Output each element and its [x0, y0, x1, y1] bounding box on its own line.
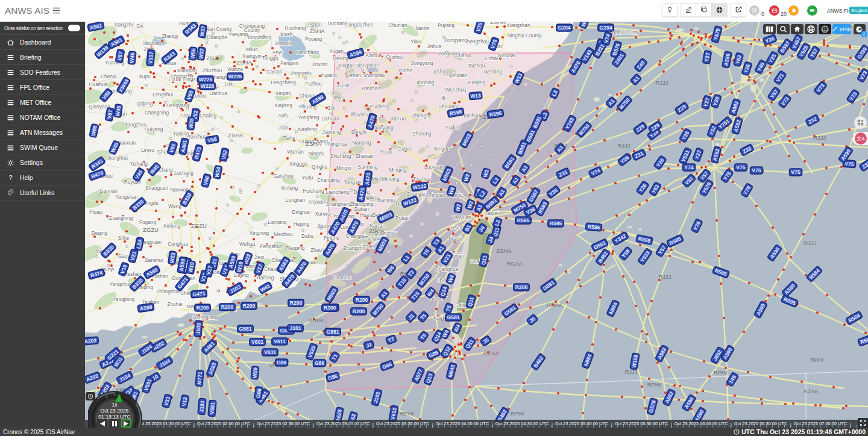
svg-text:Zixi: Zixi	[328, 105, 336, 111]
svg-text:Luxi: Luxi	[224, 81, 233, 87]
svg-text:Changtai: Changtai	[345, 233, 365, 239]
svg-text:W45: W45	[128, 52, 136, 63]
svg-text:Yanling: Yanling	[172, 131, 189, 137]
svg-text:R200: R200	[197, 305, 209, 311]
svg-text:R595: R595	[587, 223, 600, 231]
svg-text:Nanping: Nanping	[353, 140, 371, 146]
svg-text:Lianhua: Lianhua	[209, 90, 227, 96]
svg-text:Youxi: Youxi	[380, 149, 392, 155]
svg-text:Fuzhou: Fuzhou	[305, 81, 322, 87]
svg-text:G471: G471	[192, 290, 206, 297]
svg-text:Xiajiang: Xiajiang	[274, 102, 292, 108]
svg-text:Ruichang: Ruichang	[285, 25, 306, 31]
svg-text:Jiexi: Jiexi	[254, 254, 265, 260]
svg-text:Yizhang: Yizhang	[130, 161, 148, 167]
svg-text:V601: V601	[251, 339, 263, 345]
svg-text:Zhenghe: Zhenghe	[412, 113, 432, 119]
svg-text:Ninghai: Ninghai	[498, 52, 515, 58]
svg-text:Longnan: Longnan	[286, 197, 306, 203]
svg-text:RJJJ: RJJJ	[813, 134, 826, 141]
svg-text:Sihui: Sihui	[118, 235, 130, 241]
svg-text:RPHI: RPHI	[511, 410, 524, 417]
svg-text:Y74: Y74	[684, 164, 694, 170]
svg-text:Miluo: Miluo	[246, 46, 258, 52]
svg-text:Yangjiang: Yangjiang	[113, 296, 135, 302]
svg-text:Liancheng: Liancheng	[326, 189, 350, 195]
svg-text:Dexing: Dexing	[333, 55, 348, 61]
svg-text:Nanfeng: Nanfeng	[298, 126, 317, 132]
svg-text:Taihe: Taihe	[283, 135, 295, 141]
svg-text:Gutian: Gutian	[398, 146, 413, 152]
svg-text:Xingning: Xingning	[250, 230, 269, 236]
svg-text:Shaoguan: Shaoguan	[145, 185, 168, 191]
svg-text:V75: V75	[844, 160, 854, 167]
svg-text:ZSHA: ZSHA	[369, 228, 385, 234]
svg-text:Lengshui: Lengshui	[153, 92, 173, 98]
svg-text:Pucheng: Pucheng	[370, 104, 390, 110]
svg-text:Chenxi: Chenxi	[101, 73, 116, 79]
svg-text:Dingnan: Dingnan	[292, 209, 311, 215]
svg-text:Yunhe: Yunhe	[398, 67, 412, 73]
svg-text:Hengyang: Hengyang	[166, 102, 189, 108]
svg-text:Yongzhou: Yongzhou	[125, 122, 147, 128]
svg-text:Huaihua: Huaihua	[89, 81, 108, 87]
svg-text:V75: V75	[752, 167, 761, 173]
svg-text:Xinfeng: Xinfeng	[163, 223, 181, 229]
svg-text:V631: V631	[264, 349, 276, 355]
svg-text:Yiwu: Yiwu	[410, 39, 421, 45]
svg-text:Xingguo: Xingguo	[289, 161, 308, 167]
svg-text:R200: R200	[324, 305, 336, 311]
svg-text:1x: 1x	[112, 402, 118, 408]
svg-text:Changting: Changting	[317, 177, 340, 183]
svg-text:RPHI: RPHI	[647, 381, 661, 388]
svg-text:W226: W226	[199, 76, 213, 83]
svg-text:Zhuzhou: Zhuzhou	[203, 67, 222, 73]
svg-text:Zherong: Zherong	[413, 131, 432, 137]
svg-text:R200: R200	[356, 297, 368, 303]
svg-text:Fengshun: Fengshun	[260, 243, 283, 249]
svg-text:Yongkang: Yongkang	[438, 51, 461, 57]
svg-text:Jingdezhen: Jingdezhen	[348, 22, 374, 28]
svg-text:W35: W35	[187, 117, 195, 129]
svg-text:J101: J101	[289, 325, 301, 331]
svg-text:R595: R595	[550, 220, 562, 226]
svg-text:W226: W226	[201, 83, 215, 89]
svg-text:Xiush: Xiush	[280, 31, 293, 37]
svg-text:Chun'an: Chun'an	[389, 22, 407, 28]
svg-text:Weng: Weng	[168, 203, 181, 209]
svg-text:Xinfeng: Xinfeng	[281, 185, 298, 191]
svg-text:Lianping: Lianping	[268, 219, 287, 225]
svg-text:KZAK: KZAK	[804, 388, 819, 394]
svg-text:Wanza: Wanza	[227, 66, 243, 72]
svg-text:Loudi: Loudi	[169, 76, 181, 83]
svg-text:RCAA: RCAA	[483, 350, 500, 357]
svg-text:Jinhua: Jinhua	[427, 43, 442, 49]
svg-text:ZSHA: ZSHA	[496, 248, 512, 254]
svg-text:Dongyang: Dongyang	[444, 37, 467, 43]
svg-text:Jiangshan: Jiangshan	[356, 63, 379, 69]
svg-text:Qingliu: Qingliu	[312, 164, 327, 170]
svg-text:Jianghua: Jianghua	[107, 155, 128, 161]
svg-text:Shaxian: Shaxian	[356, 153, 374, 159]
svg-text:Shicheng: Shicheng	[330, 153, 351, 159]
svg-text:Xiangyin: Xiangyin	[242, 53, 262, 59]
svg-text:RJJJ: RJJJ	[658, 273, 671, 280]
svg-text:ZSHA: ZSHA	[236, 59, 252, 66]
svg-text:Jianning: Jianning	[322, 129, 341, 135]
svg-text:W13: W13	[470, 92, 482, 99]
svg-text:Nanchang: Nanchang	[296, 49, 319, 55]
svg-text:W29: W29	[251, 367, 259, 379]
svg-text:Zhangshu: Zhangshu	[291, 70, 313, 76]
svg-text:Xingan: Xingan	[275, 90, 291, 96]
svg-text:Jinxi: Jinxi	[333, 95, 343, 101]
svg-text:Tongcheng: Tongcheng	[247, 34, 272, 40]
svg-text:Wenling: Wenling	[484, 69, 502, 75]
svg-text:Yueqing: Yueqing	[467, 79, 485, 86]
svg-text:RCAA: RCAA	[547, 302, 563, 308]
svg-text:Shantou: Shantou	[333, 275, 352, 281]
svg-text:Lechang: Lechang	[174, 170, 193, 176]
svg-text:Songyang: Songyang	[410, 60, 433, 66]
svg-text:Yueyang: Yueyang	[228, 31, 248, 37]
svg-text:Ji'an: Ji'an	[278, 125, 289, 131]
svg-text:Changde: Changde	[207, 34, 227, 40]
